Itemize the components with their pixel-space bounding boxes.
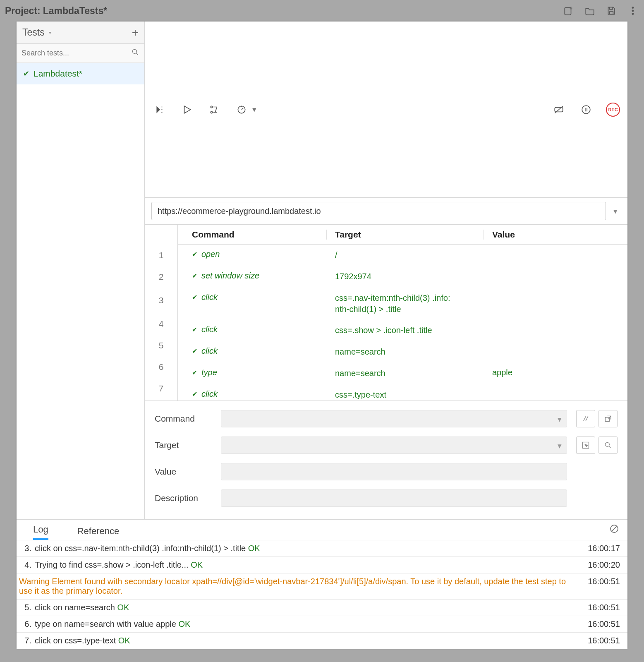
disable-breakpoints-button[interactable] [551,102,566,117]
project-name: LambdaTests* [43,5,108,17]
search-tests-input[interactable] [22,49,131,58]
chevron-down-icon[interactable]: ▾ [49,30,51,36]
line-number: 5 [145,335,177,356]
clear-log-button[interactable] [609,524,619,536]
target-cell: css=.nav-item:nth-child(3) .info:nth-chi… [327,293,484,315]
new-file-icon[interactable] [562,5,575,17]
sidebar-search [17,44,144,63]
log-timestamp: 16:00:51 [588,577,620,586]
log-message: click on name=search OK [35,603,579,612]
value-input[interactable] [221,463,567,480]
step-details: Command // Target [145,401,627,519]
pause-button[interactable] [579,102,594,117]
log-message: click on css=.nav-item:nth-child(3) .inf… [35,544,579,553]
command-cell: click [201,389,218,399]
run-button[interactable] [180,102,194,117]
project-bar: Project: LambdaTests* [0,0,644,22]
log-index: 3. [19,544,31,553]
log-status: OK [118,636,130,645]
record-button[interactable]: REC [606,103,620,117]
find-target-button[interactable] [599,437,618,454]
target-cell: 1792x974 [327,271,484,282]
log-line: 3.click on css=.nav-item:nth-child(3) .i… [17,540,627,556]
project-label: Project: [5,5,41,17]
line-number: 3 [145,288,177,313]
log-status: OK [178,619,190,628]
check-icon: ✔ [192,293,197,301]
log-message: Trying to find css=.show > .icon-left .t… [35,560,579,570]
log-timestamp: 16:00:51 [588,636,620,645]
command-input[interactable] [221,410,567,427]
toggle-comment-button[interactable]: // [576,410,595,427]
add-test-button[interactable]: + [132,26,139,39]
table-row[interactable]: ✔clickname=search [178,341,627,363]
test-item-name: Lambdatest* [34,69,82,79]
target-cell: name=search [327,346,484,357]
log-warning: Warning Element found with secondary loc… [19,577,579,596]
line-number: 7 [145,378,177,399]
command-cell: click [201,325,218,334]
app-panel: Tests ▾ + ✔ Lambdatest* [17,22,627,649]
table-header: Command Target Value [178,225,627,245]
log-status: OK [248,544,260,553]
run-all-button[interactable] [152,102,167,117]
folder-icon[interactable] [584,5,596,17]
value-cell: apple [484,368,627,377]
save-icon[interactable] [605,5,618,17]
step-button[interactable] [207,102,222,117]
line-number: 6 [145,356,177,378]
target-cell: css=.type-text [327,389,484,401]
tests-dropdown-label[interactable]: Tests [22,27,45,38]
log-line: 6.type on name=search with value apple O… [17,616,627,632]
tab-log[interactable]: Log [33,524,48,540]
sidebar: Tests ▾ + ✔ Lambdatest* [17,22,145,519]
command-cell: type [201,368,217,377]
table-row[interactable]: ✔clickcss=.nav-item:nth-child(3) .info:n… [178,288,627,320]
check-icon: ✔ [192,326,197,333]
log-index: 6. [19,619,31,629]
svg-point-9 [582,106,590,114]
svg-point-3 [632,13,633,14]
description-input[interactable] [221,489,567,507]
line-number: 2 [145,266,177,288]
log-timestamp: 16:00:51 [588,619,620,629]
check-icon: ✔ [23,69,29,78]
table-row[interactable]: ✔open/ [178,245,627,266]
table-row[interactable]: ✔clickcss=.type-text [178,384,627,401]
test-item[interactable]: ✔ Lambdatest* [17,63,144,84]
log-status: OK [191,560,203,569]
table-row[interactable]: ✔set window size1792x974 [178,266,627,288]
table-row[interactable]: ✔typename=searchapple [178,363,627,384]
select-target-button[interactable] [576,437,595,454]
log-status: OK [117,603,129,612]
url-bar: ▾ [145,198,627,224]
log-line: Warning Element found with secondary loc… [17,573,627,599]
base-url-input[interactable] [151,202,606,220]
sidebar-header: Tests ▾ + [17,22,144,44]
speed-button[interactable] [234,102,249,117]
target-input[interactable] [221,437,567,454]
line-numbers: 1234567 [145,225,178,401]
value-label: Value [155,467,221,477]
url-dropdown-icon[interactable]: ▾ [610,206,621,216]
log-index: 5. [19,603,31,612]
target-label: Target [155,440,221,450]
command-cell: click [201,293,218,302]
log-index: 4. [19,560,31,570]
search-icon[interactable] [131,48,139,58]
svg-point-12 [605,442,609,446]
log-timestamp: 16:00:51 [588,603,620,612]
log-message: click on css=.type-text OK [35,636,579,645]
log-tabs: Log Reference [17,519,627,540]
line-number: 1 [145,245,177,266]
more-icon[interactable] [627,5,639,17]
log-line: 5.click on name=search OK16:00:51 [17,599,627,616]
table-row[interactable]: ✔clickcss=.show > .icon-left .title [178,320,627,341]
check-icon: ✔ [192,390,197,398]
check-icon: ✔ [192,369,197,377]
open-new-window-button[interactable] [599,410,618,427]
chevron-down-icon[interactable]: ▾ [252,105,256,114]
tab-reference[interactable]: Reference [77,526,120,540]
log-index: 7. [19,636,31,645]
command-cell: set window size [201,271,259,281]
